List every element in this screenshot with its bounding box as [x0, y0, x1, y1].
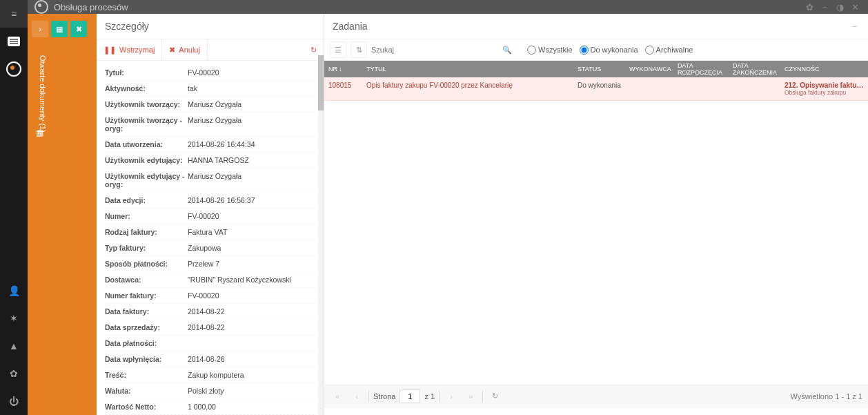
pause-button[interactable]: ❚❚ Wstrzymaj	[97, 39, 162, 60]
detail-row: Waluta:Polski złoty	[105, 383, 315, 399]
detail-row: Data utworzenia:2014-08-26 16:44:34	[105, 137, 315, 153]
user-icon[interactable]: 👤	[0, 277, 28, 305]
detail-row: Rodzaj faktury:Faktura VAT	[105, 224, 315, 240]
filter-arch[interactable]: Archiwalne	[645, 46, 693, 55]
task-row[interactable]: 108015Opis faktury zakupu FV-00020 przez…	[324, 77, 868, 101]
tasks-title: Zadania	[333, 21, 368, 32]
search-input[interactable]	[371, 46, 502, 54]
col-title[interactable]: TYTUŁ	[366, 66, 578, 73]
detail-key: Treść:	[105, 371, 188, 379]
detail-key: Numer faktury:	[105, 291, 188, 300]
cell-dr	[678, 81, 733, 96]
pause-icon: ❚❚	[103, 46, 116, 55]
app-title: Obsługa procesów	[54, 2, 128, 12]
detail-key: Rodzaj faktury:	[105, 228, 188, 236]
page-input[interactable]	[400, 389, 420, 403]
detail-key: Dostawca:	[105, 276, 188, 284]
page-prev-button[interactable]: ‹	[349, 389, 364, 404]
detail-row: Numer faktury:FV-00020	[105, 288, 315, 304]
cancel-button[interactable]: ✖ Anuluj	[162, 39, 208, 60]
clear-icon[interactable]: ✖	[70, 21, 87, 37]
details-panel: Szczegóły ❚❚ Wstrzymaj ✖ Anuluj ↻ Tytuł:…	[97, 14, 324, 415]
detail-value: tak	[188, 84, 315, 93]
col-dz[interactable]: DATA ZAKOŃCZENIA	[733, 62, 785, 76]
detail-row: Data edycji:2014-08-26 16:56:37	[105, 193, 315, 209]
operacje-panel[interactable]: Operacje ＋	[324, 407, 868, 415]
detail-value: Polski złoty	[188, 387, 315, 395]
detail-value: 2014-08-22	[188, 307, 315, 316]
collapse-sidebar-icon[interactable]: ›	[32, 21, 48, 37]
inbox-icon[interactable]	[0, 28, 28, 55]
detail-value: FV-00020	[188, 68, 315, 77]
detail-row: Data faktury:2014-08-22	[105, 304, 315, 320]
detail-value: HANNA TARGOSZ	[188, 156, 315, 164]
detail-value: 2014-08-26	[188, 355, 315, 363]
col-dr[interactable]: DATA ROZPOCZĘCIA	[678, 62, 733, 76]
detail-row: Numer:FV-00020	[105, 209, 315, 224]
page-last-button[interactable]: »	[463, 389, 478, 404]
detail-row: Data płatności:	[105, 336, 315, 351]
col-wyk[interactable]: WYKONAWCA	[629, 66, 678, 73]
power-icon[interactable]: ⏻	[0, 387, 28, 415]
col-status[interactable]: STATUS	[578, 66, 629, 73]
detail-key: Data wpłynięcia:	[105, 355, 188, 363]
shuffle-icon[interactable]: ✶	[0, 305, 28, 332]
detail-key: Typ faktury:	[105, 244, 188, 252]
left-nav: ≡ 👤 ✶ ▲ ✿ ⏻	[0, 0, 28, 415]
detail-row: Typ faktury:Zakupowa	[105, 240, 315, 256]
detail-key: Waluta:	[105, 387, 188, 395]
logo-icon[interactable]	[0, 55, 28, 83]
detail-value	[188, 339, 315, 347]
detail-value: Mariusz Ozygała	[188, 100, 315, 108]
warning-icon[interactable]: ▲	[0, 332, 28, 360]
cell-status: Do wykonania	[578, 81, 629, 96]
search-icon[interactable]: 🔍	[502, 46, 512, 55]
tree-view-icon[interactable]: ⇅	[351, 41, 367, 58]
detail-key: Data faktury:	[105, 307, 188, 316]
detail-row: Dostawca:"RUBIN" Ryszard Kożyczkowski	[105, 272, 315, 288]
filter-todo[interactable]: Do wykonania	[580, 46, 638, 55]
detail-row: Użytkownik tworzący:Mariusz Ozygała	[105, 97, 315, 113]
detail-key: Sposób płatności:	[105, 260, 188, 268]
detail-value: "RUBIN" Ryszard Kożyczkowski	[188, 276, 315, 284]
expand-operacje-icon[interactable]: ＋	[849, 413, 860, 416]
detail-row: Aktywność:tak	[105, 81, 315, 97]
detail-value: Faktura VAT	[188, 228, 315, 236]
detail-key: Wartość Netto:	[105, 403, 188, 411]
grid-view-icon[interactable]: ▦	[51, 21, 68, 37]
cell-title: Opis faktury zakupu FV-00020 przez Kance…	[366, 81, 578, 96]
cancel-label: Anuluj	[179, 46, 200, 54]
detail-key: Data sprzedaży:	[105, 323, 188, 331]
expand-icon[interactable]: ◑	[834, 1, 846, 13]
settings-icon[interactable]: ✿	[803, 1, 816, 13]
detail-value: FV-00020	[188, 291, 315, 300]
details-title: Szczegóły	[97, 14, 324, 39]
cell-nr: 108015	[328, 81, 366, 96]
gear-icon[interactable]: ✿	[0, 360, 28, 387]
detail-row: Data wpłynięcia:2014-08-26	[105, 351, 315, 367]
menu-icon[interactable]: ≡	[0, 0, 28, 28]
detail-key: Użytkownik tworzący - oryg:	[105, 116, 188, 133]
filter-all[interactable]: Wszystkie	[527, 46, 573, 55]
page-first-button[interactable]: «	[330, 389, 345, 404]
close-icon[interactable]: ✕	[849, 1, 861, 13]
col-cz[interactable]: CZYNNOŚĆ	[785, 66, 864, 73]
page-next-button[interactable]: ›	[444, 389, 459, 404]
page-refresh-button[interactable]: ↻	[487, 389, 502, 404]
docs-sidebar: › ▦ ✖ Otwarte dokumenty (1) ▦	[28, 14, 97, 415]
cell-cz: 212. Opisywanie faktury ...Obsługa faktu…	[785, 81, 864, 96]
scrollbar-handle[interactable]	[318, 55, 324, 110]
detail-value: Mariusz Ozygała	[188, 116, 315, 133]
detail-row: Użytkownik edytujący - oryg:Mariusz Ozyg…	[105, 168, 315, 193]
minimize-icon[interactable]: －	[818, 1, 831, 13]
filter-radios: Wszystkie Do wykonania Archiwalne	[527, 46, 693, 55]
list-view-icon[interactable]: ☰	[330, 41, 346, 58]
detail-row: Tytuł:FV-00020	[105, 65, 315, 81]
pause-label: Wstrzymaj	[119, 46, 155, 54]
detail-row: Użytkownik edytujący:HANNA TARGOSZ	[105, 153, 315, 168]
detail-row: Sposób płatności:Przelew 7	[105, 256, 315, 272]
collapse-tasks-icon[interactable]: －	[849, 21, 860, 32]
apps-icon[interactable]: ▦	[36, 128, 43, 137]
cancel-icon: ✖	[169, 46, 175, 55]
col-nr[interactable]: NR ↓	[328, 66, 366, 73]
